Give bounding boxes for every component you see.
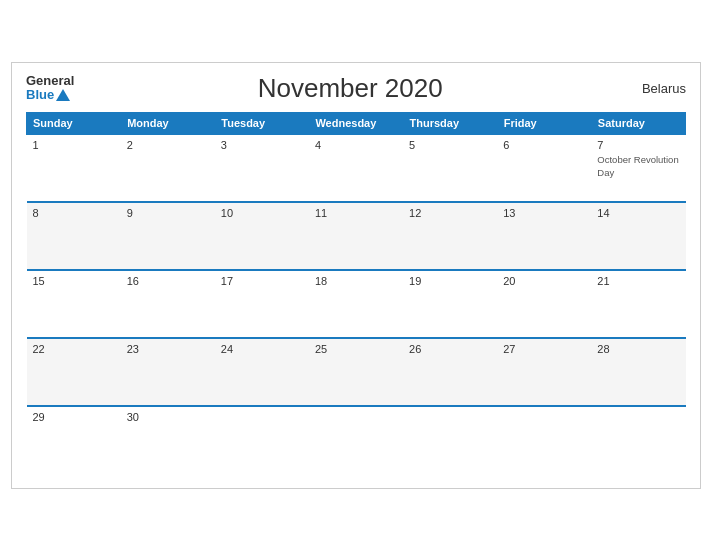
logo-general-text: General — [26, 74, 74, 88]
day-number: 20 — [503, 275, 585, 287]
header-sunday: Sunday — [27, 112, 121, 134]
day-number: 13 — [503, 207, 585, 219]
calendar-day-cell: 12 — [403, 202, 497, 270]
calendar-day-cell — [403, 406, 497, 474]
calendar-day-cell: 27 — [497, 338, 591, 406]
header-friday: Friday — [497, 112, 591, 134]
calendar-week-row: 15161718192021 — [27, 270, 686, 338]
day-number: 7 — [597, 139, 679, 151]
day-number: 25 — [315, 343, 397, 355]
calendar-day-cell: 29 — [27, 406, 121, 474]
calendar-day-cell: 21 — [591, 270, 685, 338]
calendar-day-cell: 11 — [309, 202, 403, 270]
calendar-day-cell: 10 — [215, 202, 309, 270]
calendar-day-cell: 14 — [591, 202, 685, 270]
calendar-day-cell — [215, 406, 309, 474]
header-monday: Monday — [121, 112, 215, 134]
country-label: Belarus — [626, 81, 686, 96]
calendar-title: November 2020 — [74, 73, 626, 104]
calendar-day-cell: 25 — [309, 338, 403, 406]
calendar-day-cell: 6 — [497, 134, 591, 202]
calendar-week-row: 2930 — [27, 406, 686, 474]
calendar-day-cell: 28 — [591, 338, 685, 406]
calendar-day-cell: 16 — [121, 270, 215, 338]
day-number: 24 — [221, 343, 303, 355]
day-number: 23 — [127, 343, 209, 355]
day-number: 29 — [33, 411, 115, 423]
day-number: 10 — [221, 207, 303, 219]
day-number: 1 — [33, 139, 115, 151]
calendar-day-cell: 19 — [403, 270, 497, 338]
day-number: 17 — [221, 275, 303, 287]
day-number: 14 — [597, 207, 679, 219]
calendar-day-cell — [591, 406, 685, 474]
day-number: 11 — [315, 207, 397, 219]
holiday-label: October Revolution Day — [597, 154, 678, 178]
calendar-day-cell: 2 — [121, 134, 215, 202]
day-number: 18 — [315, 275, 397, 287]
calendar-day-cell: 9 — [121, 202, 215, 270]
weekday-header-row: Sunday Monday Tuesday Wednesday Thursday… — [27, 112, 686, 134]
day-number: 6 — [503, 139, 585, 151]
calendar-week-row: 22232425262728 — [27, 338, 686, 406]
calendar-table: Sunday Monday Tuesday Wednesday Thursday… — [26, 112, 686, 474]
calendar-day-cell: 15 — [27, 270, 121, 338]
calendar-day-cell: 4 — [309, 134, 403, 202]
day-number: 27 — [503, 343, 585, 355]
calendar-day-cell: 18 — [309, 270, 403, 338]
day-number: 15 — [33, 275, 115, 287]
day-number: 26 — [409, 343, 491, 355]
day-number: 2 — [127, 139, 209, 151]
day-number: 16 — [127, 275, 209, 287]
calendar-header: General Blue November 2020 Belarus — [26, 73, 686, 104]
calendar-day-cell: 23 — [121, 338, 215, 406]
calendar-week-row: 891011121314 — [27, 202, 686, 270]
calendar-day-cell: 5 — [403, 134, 497, 202]
logo-blue-text: Blue — [26, 88, 70, 102]
day-number: 9 — [127, 207, 209, 219]
day-number: 19 — [409, 275, 491, 287]
calendar-day-cell: 20 — [497, 270, 591, 338]
logo: General Blue — [26, 74, 74, 103]
day-number: 30 — [127, 411, 209, 423]
calendar-day-cell: 24 — [215, 338, 309, 406]
day-number: 28 — [597, 343, 679, 355]
header-tuesday: Tuesday — [215, 112, 309, 134]
day-number: 4 — [315, 139, 397, 151]
calendar-day-cell: 30 — [121, 406, 215, 474]
day-number: 8 — [33, 207, 115, 219]
header-thursday: Thursday — [403, 112, 497, 134]
calendar-day-cell — [309, 406, 403, 474]
calendar-week-row: 1234567October Revolution Day — [27, 134, 686, 202]
day-number: 5 — [409, 139, 491, 151]
calendar-day-cell: 13 — [497, 202, 591, 270]
calendar-day-cell: 26 — [403, 338, 497, 406]
calendar-day-cell: 17 — [215, 270, 309, 338]
header-saturday: Saturday — [591, 112, 685, 134]
calendar-container: General Blue November 2020 Belarus Sunda… — [11, 62, 701, 489]
calendar-day-cell: 22 — [27, 338, 121, 406]
calendar-day-cell: 1 — [27, 134, 121, 202]
calendar-day-cell — [497, 406, 591, 474]
day-number: 3 — [221, 139, 303, 151]
day-number: 12 — [409, 207, 491, 219]
calendar-day-cell: 8 — [27, 202, 121, 270]
header-wednesday: Wednesday — [309, 112, 403, 134]
logo-triangle-icon — [56, 89, 70, 101]
calendar-day-cell: 7October Revolution Day — [591, 134, 685, 202]
day-number: 22 — [33, 343, 115, 355]
calendar-day-cell: 3 — [215, 134, 309, 202]
day-number: 21 — [597, 275, 679, 287]
